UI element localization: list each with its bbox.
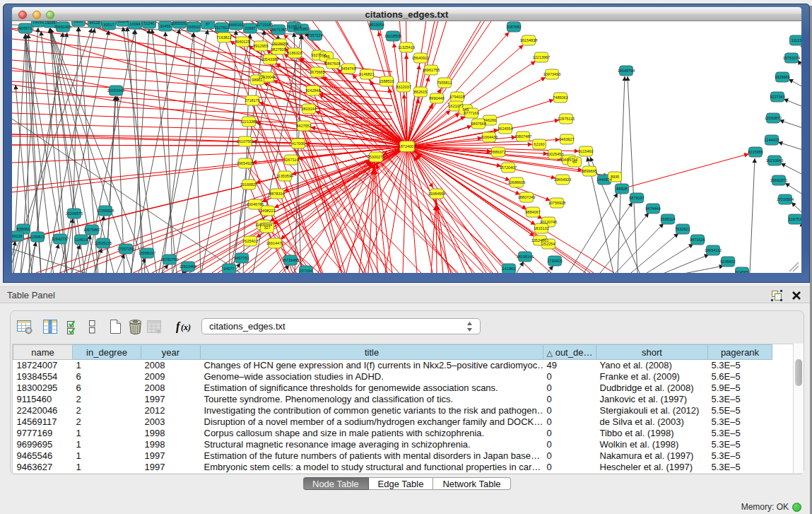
svg-text:7886372: 7886372 [490,150,505,154]
svg-text:7163822: 7163822 [216,35,231,40]
svg-text:3498222: 3498222 [260,209,275,213]
svg-text:15692971: 15692971 [770,178,787,182]
svg-text:16961755: 16961755 [423,68,440,72]
svg-text:7625402: 7625402 [242,239,257,243]
svg-text:16154838: 16154838 [520,38,537,42]
svg-text:17957255: 17957255 [117,247,134,251]
svg-text:19031: 19031 [33,21,43,24]
svg-text:116753: 116753 [789,217,801,221]
svg-text:1588520: 1588520 [379,79,394,83]
svg-text:16210643: 16210643 [766,158,783,163]
svg-text:8471626: 8471626 [690,238,705,242]
svg-text:(x): (x) [181,322,191,332]
svg-text:10094: 10094 [129,22,140,26]
svg-text:20997: 20997 [245,26,255,30]
svg-text:1815132: 1815132 [534,226,548,230]
svg-text:39139: 39139 [12,234,23,238]
svg-text:8103: 8103 [74,21,83,23]
svg-text:20364436: 20364436 [481,135,498,139]
svg-text:9245652: 9245652 [720,259,735,264]
svg-text:19166827: 19166827 [240,182,257,187]
svg-text:64: 64 [572,160,577,164]
svg-text:10973493: 10973493 [543,72,560,76]
svg-text:20691406: 20691406 [54,25,71,29]
svg-text:6897568: 6897568 [471,122,486,126]
svg-text:19384554: 19384554 [428,192,445,196]
svg-text:9115460: 9115460 [578,149,593,153]
svg-text:19654925: 19654925 [237,161,254,165]
svg-text:8186328: 8186328 [287,51,302,55]
svg-text:14196141: 14196141 [517,255,534,259]
svg-text:252254: 252254 [542,242,555,246]
svg-text:9242848: 9242848 [305,88,320,93]
svg-text:10653267: 10653267 [171,21,188,25]
svg-text:9463627: 9463627 [559,137,574,141]
svg-text:10719185: 10719185 [256,23,273,27]
svg-text:19654923: 19654923 [554,177,571,182]
svg-text:165532: 165532 [187,25,200,29]
svg-text:14055712: 14055712 [17,26,34,30]
svg-text:9146821: 9146821 [359,72,374,76]
svg-text:87: 87 [206,22,210,26]
svg-text:1733426: 1733426 [547,259,562,263]
svg-text:30455: 30455 [160,24,170,28]
svg-text:9474444: 9474444 [645,206,660,211]
svg-text:9329966: 9329966 [775,75,789,79]
svg-text:1621072: 1621072 [448,104,463,108]
svg-text:12093872: 12093872 [765,116,782,120]
svg-text:2867608: 2867608 [325,62,340,66]
svg-text:88928: 88928 [616,187,627,191]
svg-text:3624554: 3624554 [498,127,512,131]
svg-text:8990448: 8990448 [429,96,444,100]
svg-text:7955812: 7955812 [437,81,452,85]
svg-text:9827505: 9827505 [271,47,286,52]
svg-text:8912955: 8912955 [253,44,268,48]
svg-text:1244415: 1244415 [764,138,779,142]
svg-text:94577: 94577 [223,267,234,271]
svg-text:3267110: 3267110 [283,158,298,162]
svg-text:12942737: 12942737 [52,237,69,241]
svg-text:51240: 51240 [143,21,154,25]
svg-text:18807249: 18807249 [518,195,535,199]
svg-text:10975867: 10975867 [83,228,100,232]
svg-text:11353594: 11353594 [276,174,293,178]
svg-text:7485063: 7485063 [553,95,567,100]
svg-text:15720407: 15720407 [500,165,517,170]
svg-text:1527602: 1527602 [214,25,229,30]
svg-text:12213967: 12213967 [533,55,550,59]
svg-text:20206575: 20206575 [66,211,83,216]
svg-text:417006: 417006 [292,141,305,146]
svg-text:7632621: 7632621 [675,227,690,231]
svg-text:12213389: 12213389 [240,119,257,124]
svg-text:2803144: 2803144 [301,107,316,111]
svg-text:10756928: 10756928 [548,201,565,205]
svg-text:327: 327 [264,226,270,230]
svg-text:114519: 114519 [75,238,88,242]
svg-text:10688609: 10688609 [508,180,525,185]
svg-text:1440954: 1440954 [596,177,611,182]
svg-text:25300275: 25300275 [367,155,384,159]
svg-text:546: 546 [323,54,329,59]
svg-text:8878334: 8878334 [269,192,284,196]
svg-text:16648794: 16648794 [618,69,635,73]
svg-text:8215955: 8215955 [748,150,763,154]
svg-text:7357224: 7357224 [307,33,322,37]
svg-text:6794028: 6794028 [449,95,464,99]
svg-text:2935114: 2935114 [660,217,675,221]
svg-text:6466160: 6466160 [228,23,243,27]
svg-text:12505135: 12505135 [95,241,112,245]
svg-text:16782759: 16782759 [161,257,178,262]
svg-text:8322037: 8322037 [396,85,411,89]
svg-text:9899695: 9899695 [582,169,596,173]
svg-text:10046786: 10046786 [247,202,264,206]
svg-text:12923468: 12923468 [180,264,196,269]
svg-text:10958107: 10958107 [139,251,155,255]
svg-text:8660125: 8660125 [235,40,249,44]
svg-text:16914479: 16914479 [266,241,283,245]
svg-text:13226058: 13226058 [271,42,288,46]
svg-text:835081: 835081 [17,227,30,231]
svg-text:15716485: 15716485 [282,258,299,262]
svg-text:60084: 60084 [117,21,128,23]
svg-text:10543382: 10543382 [261,57,278,62]
svg-text:924565: 924565 [736,270,748,273]
